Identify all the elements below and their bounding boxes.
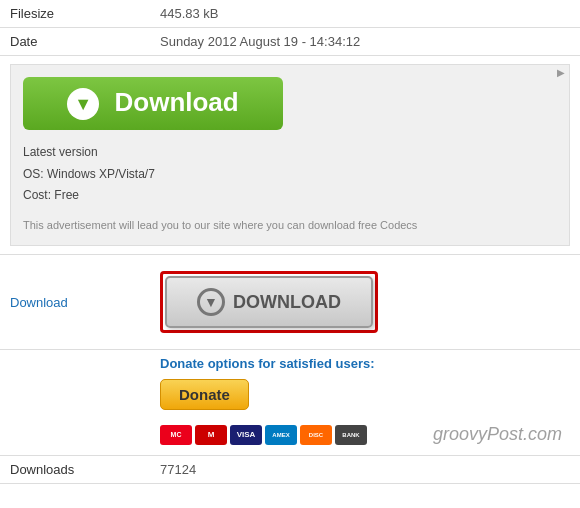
ad-info: Latest version OS: Windows XP/Vista/7 Co…	[23, 142, 557, 207]
ad-info-line-3: Cost: Free	[23, 185, 557, 207]
downloads-row: Downloads 77124	[0, 456, 580, 484]
download-button-label: DOWNLOAD	[233, 292, 341, 313]
download-circle-icon	[197, 288, 225, 316]
payment-icons: MC M VISA AMEX DISC BANK groovyPost.com	[160, 420, 570, 449]
watermark-text: groovyPost.com	[425, 420, 570, 449]
red-arrow-icon	[575, 275, 580, 330]
ad-marker: ▶	[557, 67, 565, 78]
filesize-row: Filesize 445.83 kB	[0, 0, 580, 28]
ad-disclaimer: This advertisement will lead you to our …	[23, 217, 557, 234]
donate-row: Donate options for satisfied users: Dona…	[0, 350, 580, 456]
download-button-cell: DOWNLOAD	[150, 255, 580, 350]
filesize-value: 445.83 kB	[150, 0, 580, 28]
donate-title: Donate options for satisfied users:	[160, 356, 570, 371]
ad-row: ▶ Download Latest version OS: Windows XP…	[0, 56, 580, 255]
downloads-value: 77124	[150, 456, 580, 484]
download-btn-container: DOWNLOAD	[160, 271, 570, 333]
ad-cell: ▶ Download Latest version OS: Windows XP…	[0, 56, 580, 255]
ad-download-arrow-icon	[67, 88, 99, 120]
date-value: Sunday 2012 August 19 - 14:34:12	[150, 28, 580, 56]
date-label: Date	[0, 28, 150, 56]
filesize-label: Filesize	[0, 0, 150, 28]
download-link[interactable]: Download	[10, 295, 68, 310]
ad-download-label: Download	[115, 87, 239, 117]
ad-download-button[interactable]: Download	[23, 77, 283, 130]
ad-info-line-2: OS: Windows XP/Vista/7	[23, 164, 557, 186]
info-table: Filesize 445.83 kB Date Sunday 2012 Augu…	[0, 0, 580, 484]
downloads-label: Downloads	[0, 456, 150, 484]
visa-icon: VISA	[230, 425, 262, 445]
mastercard-icon: MC	[160, 425, 192, 445]
amex-icon: AMEX	[265, 425, 297, 445]
discover-icon: DISC	[300, 425, 332, 445]
donate-cell: Donate options for satisfied users: Dona…	[150, 350, 580, 456]
bank-icon: BANK	[335, 425, 367, 445]
download-row: Download DOWNLOAD	[0, 255, 580, 350]
ad-container: ▶ Download Latest version OS: Windows XP…	[10, 64, 570, 246]
donate-empty-label	[0, 350, 150, 456]
real-download-button[interactable]: DOWNLOAD	[165, 276, 373, 328]
date-row: Date Sunday 2012 August 19 - 14:34:12	[0, 28, 580, 56]
maestro-icon: M	[195, 425, 227, 445]
download-label: Download	[0, 255, 150, 350]
download-btn-red-border: DOWNLOAD	[160, 271, 378, 333]
ad-info-line-1: Latest version	[23, 142, 557, 164]
donate-button[interactable]: Donate	[160, 379, 249, 410]
